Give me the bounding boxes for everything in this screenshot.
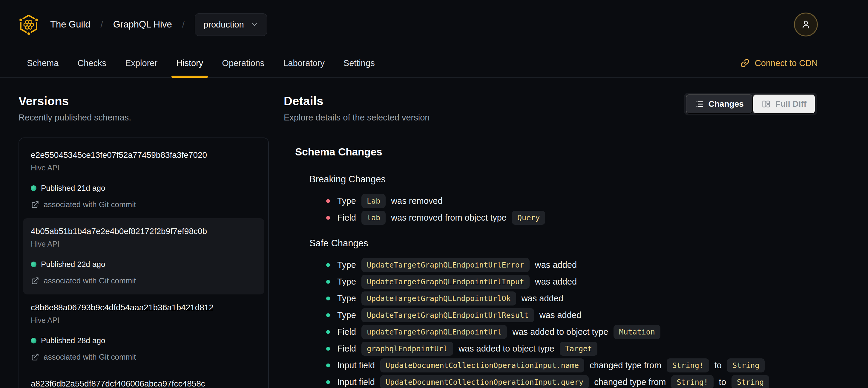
change-row: Input field UpdateDocumentCollectionOper… bbox=[326, 374, 817, 388]
change-bullet-icon bbox=[326, 216, 330, 220]
change-text-segment: Input field bbox=[337, 377, 377, 387]
versions-panel: Versions Recently published schemas. e2e… bbox=[19, 94, 269, 388]
change-row: Field graphqlEndpointUrl was added to ob… bbox=[326, 340, 817, 357]
main-nav: SchemaChecksExplorerHistoryOperationsLab… bbox=[0, 49, 868, 78]
code-badge: String! bbox=[667, 358, 709, 372]
version-git-link[interactable]: associated with Git commit bbox=[31, 352, 256, 362]
tab-history[interactable]: History bbox=[176, 49, 203, 77]
published-dot-icon bbox=[31, 262, 36, 267]
change-row: Type UpdateTargetGraphQLEndpointUrlError… bbox=[326, 257, 817, 273]
change-text: Type Lab was removed bbox=[337, 194, 443, 208]
change-text-segment: Type bbox=[337, 310, 359, 320]
version-hash: 4b05ab51b1b4a7e2e4b0ef82172f2b9f7ef98c0b bbox=[31, 227, 256, 236]
change-text-segment: Type bbox=[337, 294, 359, 303]
user-avatar-button[interactable] bbox=[794, 12, 818, 36]
change-text: Type UpdateTargetGraphQLEndpointUrlError… bbox=[337, 258, 577, 272]
version-published: Published 21d ago bbox=[41, 183, 105, 193]
change-row: Type UpdateTargetGraphQLEndpointUrlOk wa… bbox=[326, 290, 817, 307]
tab-explorer[interactable]: Explorer bbox=[125, 49, 157, 77]
change-text-segment: was added bbox=[533, 260, 577, 270]
version-list-item[interactable]: 4b05ab51b1b4a7e2e4b0ef82172f2b9f7ef98c0b… bbox=[23, 218, 265, 294]
change-text: Type UpdateTargetGraphQLEndpointUrlOk wa… bbox=[337, 292, 563, 305]
code-badge: Lab bbox=[362, 194, 385, 208]
change-text: Type UpdateTargetGraphQLEndpointUrlInput… bbox=[337, 275, 577, 289]
change-bullet-icon bbox=[326, 199, 330, 203]
code-badge: Target bbox=[560, 342, 597, 356]
project-name[interactable]: GraphQL Hive bbox=[113, 19, 172, 30]
external-link-icon bbox=[31, 277, 39, 285]
change-text-segment: was added bbox=[519, 294, 563, 303]
target-selector-value: production bbox=[204, 20, 244, 30]
change-text-segment: Field bbox=[337, 344, 359, 354]
connect-to-cdn-button[interactable]: Connect to CDN bbox=[740, 49, 818, 77]
view-toggle-group: Changes Full Diff bbox=[684, 93, 817, 115]
org-name[interactable]: The Guild bbox=[50, 19, 90, 30]
connect-to-cdn-label: Connect to CDN bbox=[755, 58, 818, 68]
version-list-item[interactable]: a823f6db2a55df877dcf406006abca97fcc4858c… bbox=[23, 371, 265, 388]
tab-settings[interactable]: Settings bbox=[343, 49, 375, 77]
code-badge: UpdateDocumentCollectionOperationInput.n… bbox=[380, 358, 584, 372]
link-icon bbox=[740, 59, 749, 67]
change-text-segment: was added bbox=[537, 310, 581, 320]
change-text-segment: was added to object type bbox=[510, 327, 611, 337]
version-git-link[interactable]: associated with Git commit bbox=[31, 200, 256, 209]
change-text: Input field UpdateDocumentCollectionOper… bbox=[337, 375, 772, 388]
change-text-segment: Input field bbox=[337, 360, 377, 370]
change-row: Input field UpdateDocumentCollectionOper… bbox=[326, 357, 817, 374]
full-diff-view-button[interactable]: Full Diff bbox=[753, 94, 815, 114]
published-dot-icon bbox=[31, 185, 36, 191]
details-header: Details Explore details of the selected … bbox=[284, 94, 817, 123]
breadcrumb: The Guild / GraphQL Hive / production bbox=[50, 13, 267, 36]
tab-operations[interactable]: Operations bbox=[222, 49, 265, 77]
change-text-segment: Field bbox=[337, 327, 359, 337]
change-text-segment: Type bbox=[337, 260, 359, 270]
version-list-item[interactable]: c8b6e88a06793b9c4dfd54aaa21b36a1b421d812… bbox=[23, 294, 265, 371]
versions-subtitle: Recently published schemas. bbox=[19, 113, 269, 123]
code-badge: lab bbox=[362, 211, 385, 225]
version-git-link[interactable]: associated with Git commit bbox=[31, 276, 256, 286]
full-diff-view-label: Full Diff bbox=[775, 99, 806, 109]
change-bullet-icon bbox=[326, 280, 330, 284]
version-list-item[interactable]: e2e55045345ce13fe07f52a77459b83fa3fe7020… bbox=[23, 142, 265, 218]
version-status: Published 21d ago bbox=[31, 183, 256, 193]
versions-title: Versions bbox=[19, 94, 269, 108]
schema-changes-section: Schema Changes Breaking Changes Type Lab… bbox=[284, 146, 817, 388]
code-badge: UpdateTargetGraphQLEndpointUrlError bbox=[362, 258, 530, 272]
code-badge: Query bbox=[512, 211, 545, 225]
change-bullet-icon bbox=[326, 380, 330, 384]
change-text: Field graphqlEndpointUrl was added to ob… bbox=[337, 342, 600, 356]
safe-changes-group: Safe Changes Type UpdateTargetGraphQLEnd… bbox=[295, 238, 817, 388]
change-text-segment: was removed from object type bbox=[389, 213, 509, 223]
change-bullet-icon bbox=[326, 347, 330, 351]
tab-schema[interactable]: Schema bbox=[27, 49, 59, 77]
hive-logo-icon[interactable] bbox=[19, 13, 39, 36]
change-bullet-icon bbox=[326, 363, 330, 367]
tab-laboratory[interactable]: Laboratory bbox=[283, 49, 325, 77]
split-diff-icon bbox=[762, 99, 771, 109]
changes-view-label: Changes bbox=[709, 99, 744, 109]
version-hash: c8b6e88a06793b9c4dfd54aaa21b36a1b421d812 bbox=[31, 303, 256, 312]
code-badge: String! bbox=[671, 375, 713, 388]
code-badge: graphqlEndpointUrl bbox=[362, 342, 453, 356]
changes-view-button[interactable]: Changes bbox=[686, 94, 753, 114]
tab-checks[interactable]: Checks bbox=[78, 49, 106, 77]
change-text: Type UpdateTargetGraphQLEndpointUrlResul… bbox=[337, 308, 581, 322]
change-row: Field updateTargetGraphQLEndpointUrl was… bbox=[326, 323, 817, 340]
code-badge: Mutation bbox=[614, 325, 660, 339]
change-text: Input field UpdateDocumentCollectionOper… bbox=[337, 358, 768, 372]
version-git-label: associated with Git commit bbox=[43, 276, 136, 286]
details-heading-block: Details Explore details of the selected … bbox=[284, 94, 430, 123]
change-text-segment: to bbox=[712, 360, 724, 370]
version-service: Hive API bbox=[31, 240, 256, 248]
version-service: Hive API bbox=[31, 163, 256, 172]
change-text-segment: changed type from bbox=[587, 360, 664, 370]
version-status: Published 28d ago bbox=[31, 336, 256, 345]
target-selector-dropdown[interactable]: production bbox=[195, 13, 267, 36]
user-icon bbox=[801, 19, 811, 30]
change-text-segment: was added to object type bbox=[456, 344, 557, 354]
app-header: The Guild / GraphQL Hive / production bbox=[0, 0, 868, 49]
code-badge: String bbox=[732, 375, 769, 388]
change-row: Type Lab was removed bbox=[326, 192, 817, 209]
chevron-down-icon bbox=[251, 21, 258, 28]
nav-tabs: SchemaChecksExplorerHistoryOperationsLab… bbox=[27, 49, 394, 77]
